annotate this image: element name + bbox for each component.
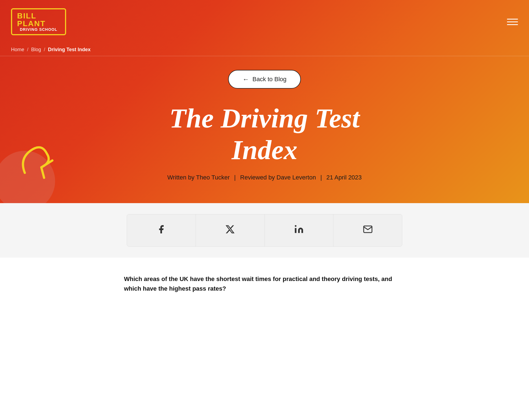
page-title: The Driving Test Index [141,102,388,166]
email-share-button[interactable] [333,214,402,246]
facebook-icon [156,224,166,236]
logo[interactable]: BILL PLANT DRIVING SCHOOL [11,7,66,37]
back-button-label: Back to Blog [252,76,287,83]
svg-rect-2 [295,228,296,233]
breadcrumb-blog[interactable]: Blog [31,47,41,53]
nav-bar: BILL PLANT DRIVING SCHOOL [0,0,529,43]
article-content: Which areas of the UK have the shortest … [113,258,416,321]
hamburger-line [507,24,518,25]
hero-section: BILL PLANT DRIVING SCHOOL Home / Blog / … [0,0,529,203]
meta-separator-1: | [234,174,236,181]
breadcrumb-separator: / [27,47,28,53]
back-to-blog-button[interactable]: ← Back to Blog [228,70,301,89]
hamburger-line [507,21,518,22]
x-icon [225,224,235,236]
breadcrumb-separator: / [44,47,45,53]
twitter-share-button[interactable] [196,214,265,246]
social-share-section [0,203,529,258]
reviewed-by: Reviewed by Dave Leverton [240,174,316,181]
back-arrow-icon: ← [242,75,249,83]
email-icon [363,224,373,236]
breadcrumb: Home / Blog / Driving Test Index [0,43,529,56]
article-date: 21 April 2023 [326,174,361,181]
linkedin-icon [294,224,304,236]
logo-box: BILL PLANT DRIVING SCHOOL [11,8,66,35]
svg-point-3 [295,225,296,227]
hamburger-menu[interactable] [507,19,518,25]
social-share-bar [127,214,402,247]
article-meta: Written by Theo Tucker | Reviewed by Dav… [167,174,362,181]
written-by: Written by Theo Tucker [167,174,230,181]
linkedin-share-button[interactable] [265,214,334,246]
logo-line2: DRIVING SCHOOL [20,28,57,31]
breadcrumb-current: Driving Test Index [48,47,91,53]
hero-content: ← Back to Blog The Driving Test Index Wr… [0,56,529,203]
facebook-share-button[interactable] [127,214,196,246]
article-intro: Which areas of the UK have the shortest … [124,274,405,293]
meta-separator-2: | [320,174,322,181]
breadcrumb-home[interactable]: Home [11,47,24,53]
hamburger-line [507,19,518,20]
logo-line1: BILL PLANT [17,12,60,28]
